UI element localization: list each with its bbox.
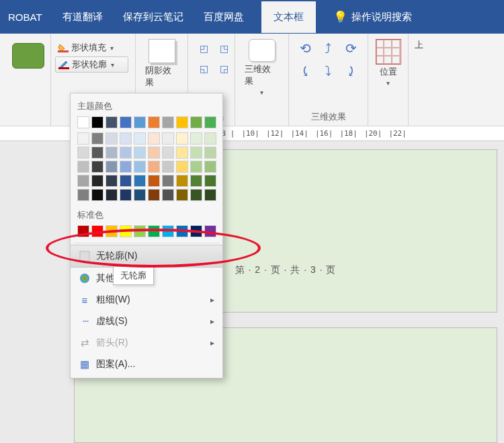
shadow-effect-button[interactable]: 阴影效果 [142, 38, 181, 90]
ruler-tick: |12| [266, 129, 284, 138]
color-swatch[interactable] [106, 175, 118, 187]
color-swatch[interactable] [120, 161, 132, 173]
color-swatch[interactable] [106, 132, 118, 145]
tab-acrobat[interactable]: ROBAT [5, 2, 45, 32]
color-swatch[interactable] [176, 147, 188, 159]
color-swatch[interactable] [120, 189, 132, 201]
color-swatch[interactable] [204, 161, 216, 173]
color-swatch[interactable] [176, 132, 188, 145]
color-swatch[interactable] [77, 175, 89, 187]
pattern-menu-item[interactable]: ▦ 图案(A)... [71, 354, 222, 375]
rotate-left-icon[interactable]: ⟲ [296, 39, 314, 58]
color-swatch[interactable] [120, 116, 132, 128]
rotate-down-right-icon[interactable]: ⤸ [341, 62, 360, 81]
color-swatch[interactable] [91, 116, 103, 128]
color-swatch[interactable] [134, 147, 146, 159]
color-swatch[interactable] [162, 175, 174, 187]
color-swatch[interactable] [77, 116, 89, 128]
color-swatch[interactable] [148, 175, 160, 187]
tab-baidu[interactable]: 百度网盘 [201, 1, 247, 33]
tab-textbox[interactable]: 文本框 [261, 1, 316, 33]
color-swatch[interactable] [106, 189, 118, 201]
color-swatch[interactable] [162, 116, 174, 128]
color-swatch[interactable] [162, 225, 174, 237]
color-swatch[interactable] [134, 175, 146, 187]
color-swatch[interactable] [190, 225, 202, 237]
color-swatch[interactable] [176, 161, 188, 173]
rotate-down-icon[interactable]: ⤵ [319, 62, 337, 81]
color-swatch[interactable] [91, 225, 103, 237]
color-swatch[interactable] [190, 189, 202, 201]
color-swatch[interactable] [120, 175, 132, 187]
color-swatch[interactable] [106, 147, 118, 159]
nudge-down-left-icon[interactable]: ◱ [196, 63, 211, 78]
color-swatch[interactable] [77, 132, 89, 145]
nudge-down-right-icon[interactable]: ◲ [216, 63, 231, 78]
color-swatch[interactable] [148, 132, 160, 145]
shape-fill-button[interactable]: 形状填充 ▾ [55, 40, 128, 55]
nudge-up-right-icon[interactable]: ◳ [216, 43, 231, 58]
color-swatch[interactable] [176, 175, 188, 187]
color-swatch[interactable] [77, 161, 89, 173]
color-swatch[interactable] [148, 189, 160, 201]
color-swatch[interactable] [148, 147, 160, 159]
color-swatch[interactable] [134, 189, 146, 201]
color-swatch[interactable] [77, 225, 89, 237]
color-swatch[interactable] [190, 132, 202, 145]
color-swatch[interactable] [148, 225, 160, 237]
top-button[interactable]: 上 [415, 38, 422, 52]
three-d-effect-button[interactable]: 三维效果 ▾ [242, 38, 282, 97]
weight-menu-item[interactable]: ≡ 粗细(W) ▸ [71, 289, 222, 311]
color-swatch[interactable] [190, 147, 202, 159]
color-swatch[interactable] [91, 189, 103, 201]
color-swatch[interactable] [190, 175, 202, 187]
color-swatch[interactable] [176, 116, 188, 128]
color-swatch[interactable] [120, 225, 132, 237]
rotate-right-icon[interactable]: ⟳ [341, 39, 360, 58]
color-swatch[interactable] [91, 161, 103, 173]
dashes-menu-item[interactable]: ┄ 虚线(S) ▸ [71, 311, 222, 332]
color-swatch[interactable] [204, 175, 216, 187]
color-swatch[interactable] [162, 132, 174, 145]
color-swatch[interactable] [134, 225, 146, 237]
shadow-rect-icon [149, 39, 175, 63]
no-outline-menu-item[interactable]: 无轮廓(N) [71, 245, 222, 268]
color-swatch[interactable] [91, 175, 103, 187]
color-swatch[interactable] [120, 132, 132, 145]
color-swatch[interactable] [204, 132, 216, 145]
color-swatch[interactable] [190, 161, 202, 173]
shape-outline-button[interactable]: 形状轮廓 ▾ [55, 56, 128, 73]
color-swatch[interactable] [106, 116, 118, 128]
color-swatch[interactable] [204, 116, 216, 128]
color-swatch[interactable] [106, 161, 118, 173]
color-swatch[interactable] [162, 189, 174, 201]
color-swatch[interactable] [204, 147, 216, 159]
tab-save-note[interactable]: 保存到云笔记 [120, 1, 186, 33]
color-swatch[interactable] [106, 225, 118, 237]
shape-style-preview[interactable] [12, 43, 44, 69]
color-swatch[interactable] [176, 189, 188, 201]
color-swatch[interactable] [134, 116, 146, 128]
color-swatch[interactable] [77, 147, 89, 159]
color-swatch[interactable] [134, 132, 146, 145]
color-swatch[interactable] [148, 161, 160, 173]
color-swatch[interactable] [162, 161, 174, 173]
shape-outline-label: 形状轮廓 [72, 58, 107, 71]
rotate-up-icon[interactable]: ⤴ [319, 39, 337, 58]
rotate-down-left-icon[interactable]: ⤹ [296, 62, 314, 81]
tell-me-search[interactable]: 💡 操作说明搜索 [333, 10, 412, 24]
color-swatch[interactable] [204, 225, 216, 237]
tab-youdao[interactable]: 有道翻译 [60, 1, 106, 33]
color-swatch[interactable] [134, 161, 146, 173]
color-swatch[interactable] [77, 189, 89, 201]
color-swatch[interactable] [204, 189, 216, 201]
position-button[interactable]: 位置 ▾ [375, 38, 401, 88]
color-swatch[interactable] [120, 147, 132, 159]
color-swatch[interactable] [176, 225, 188, 237]
color-swatch[interactable] [162, 147, 174, 159]
color-swatch[interactable] [91, 132, 103, 145]
color-swatch[interactable] [148, 116, 160, 128]
color-swatch[interactable] [91, 147, 103, 159]
nudge-up-left-icon[interactable]: ◰ [196, 43, 211, 58]
color-swatch[interactable] [190, 116, 202, 128]
